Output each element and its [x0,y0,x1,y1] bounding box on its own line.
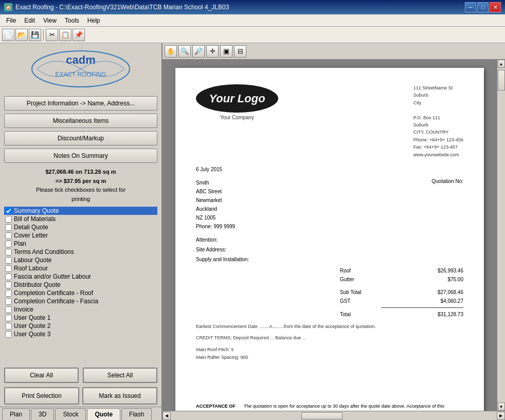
checkbox-terms_conditions[interactable] [5,249,12,255]
tab-plan[interactable]: Plan [2,408,30,420]
menu-edit[interactable]: Edit [20,16,39,25]
tab-stock[interactable]: Stock [55,408,86,420]
menu-tools[interactable]: Tools [61,16,83,25]
checklist-item-user_quote3[interactable]: User Quote 3 [4,330,157,338]
checkbox-detail_quote[interactable] [5,224,12,231]
checklist-item-completion_cert_roof[interactable]: Completion Certificate - Roof [4,289,157,297]
new-button[interactable]: 📄 [2,29,14,41]
roof-pitch: Main Roof Pitch: 5 [196,346,463,354]
menu-view[interactable]: View [39,16,61,25]
scroll-left-button[interactable]: ◀ [163,412,171,420]
scroll-right-button[interactable]: ▶ [497,412,505,420]
price-line4: printing [4,195,157,204]
checklist-item-user_quote1[interactable]: User Quote 1 [4,314,157,322]
window-title: Exact Roofing - C:\Exact-RoofingV321Web\… [15,4,229,11]
checkbox-labour_quote[interactable] [5,257,12,264]
gst-label: GST [340,297,391,305]
maximize-button[interactable]: □ [477,2,489,12]
view-mode-2-button[interactable]: ⊟ [234,45,246,58]
doc-total-row: Total $31,128.73 [196,310,463,319]
checkbox-summary_quote[interactable] [5,208,12,214]
hand-tool-button[interactable]: ✋ [165,45,177,58]
doc-gst-row: GST $4,060.27 [196,297,463,305]
checkbox-fascia_gutter_labour[interactable] [5,273,12,280]
checklist-item-roof_labour[interactable]: Roof Labour [4,264,157,272]
svg-text:EXACT ROOFING: EXACT ROOFING [55,71,106,78]
fit-button[interactable]: ✛ [206,45,219,58]
cut-button[interactable]: ✂ [46,29,58,41]
vertical-scrollbar[interactable]: ▲ ▼ [497,60,505,411]
checklist-item-plan[interactable]: Plan [4,240,157,248]
view-mode-1-button[interactable]: ▣ [220,45,232,58]
addr-line1: 111 StreetName St [413,84,463,92]
checklist-item-detail_quote[interactable]: Detail Quote [4,223,157,231]
checkbox-cover_letter[interactable] [5,232,12,239]
checkbox-user_quote2[interactable] [5,323,12,330]
clear-all-button[interactable]: Clear All [4,368,79,383]
checklist-item-cover_letter[interactable]: Cover Letter [4,231,157,240]
checkbox-user_quote1[interactable] [5,315,12,321]
doc-quote-no: Quotation No: [431,178,463,231]
scroll-up-button[interactable]: ▲ [498,60,505,68]
checkbox-distributor_quote[interactable] [5,282,12,288]
checklist-item-distributor_quote[interactable]: Distributor Quote [4,281,157,289]
notes-summary-button[interactable]: Notes On Summary [4,149,157,163]
project-info-button[interactable]: Project Information -> Name, Address... [4,96,157,111]
close-button[interactable]: ✕ [490,2,501,12]
doc-logo-text: Your Logo [209,92,265,105]
subtotal-label: Sub Total [340,288,391,297]
checkbox-roof_labour[interactable] [5,265,12,272]
copy-button[interactable]: 📋 [59,29,71,41]
checklist-item-user_quote2[interactable]: User Quote 2 [4,322,157,330]
svg-text:cadm: cadm [66,53,95,66]
mark-as-issued-button[interactable]: Mark as Issued [82,387,157,405]
checkbox-completion_cert_fascia[interactable] [5,298,12,305]
checkbox-completion_cert_roof[interactable] [5,290,12,297]
addr-line10: www.yourwebsite.com [413,151,463,158]
checkbox-invoice[interactable] [5,306,12,313]
open-button[interactable]: 📂 [15,29,28,41]
tab-flash[interactable]: Flash [121,408,152,420]
scroll-track [498,68,505,403]
checklist-item-terms_conditions[interactable]: Terms And Conditions [4,248,157,256]
checkbox-label-user_quote2: User Quote 2 [14,322,50,330]
checkbox-user_quote3[interactable] [5,331,12,338]
checklist-item-fascia_gutter_labour[interactable]: Fascia and/or Gutter Labour [4,272,157,281]
checkbox-bill_materials[interactable] [5,216,12,223]
checklist-item-completion_cert_fascia[interactable]: Completion Certificate - Fascia [4,297,157,305]
tab-quote[interactable]: Quote [87,408,120,420]
discount-markup-button[interactable]: Discount/Markup [4,131,157,145]
gutter-label: Gutter [340,275,391,284]
checklist-item-summary_quote[interactable]: Summary Quote [4,207,157,215]
scroll-down-button[interactable]: ▼ [498,403,505,411]
menu-help[interactable]: Help [83,16,104,25]
zoom-in-button[interactable]: 🔍 [178,45,191,58]
checkbox-label-invoice: Invoice [14,306,33,313]
checklist-item-bill_materials[interactable]: Bill of Materials [4,215,157,223]
addr-line2: Suburb [413,92,463,99]
tab-3d[interactable]: 3D [31,408,54,420]
doc-commencement: Earliest Commencement Date ........A....… [196,323,463,330]
misc-items-button[interactable]: Miscellaneous Items [4,114,157,128]
save-button[interactable]: 💾 [29,29,41,41]
checkbox-plan[interactable] [5,241,12,247]
minimize-button[interactable]: ─ [465,2,476,12]
total-value: $31,128.73 [422,310,463,319]
h-scroll-thumb[interactable] [301,412,342,419]
addr-line8: Phone: +64+9+ 123-456 [413,136,463,143]
acceptance-label: ACCEPTANCE OFQUOTE: [196,403,236,411]
zoom-out-button[interactable]: 🔎 [192,45,205,58]
menu-file[interactable]: File [2,16,20,25]
checklist-item-invoice[interactable]: Invoice [4,305,157,314]
price-line3: Please tick checkboxes to select for [4,186,157,195]
doc-site-address: Site Address: [196,247,463,252]
addr-line3: City [413,99,463,106]
checkbox-label-plan: Plan [14,240,26,247]
scroll-thumb[interactable] [498,70,505,90]
checkbox-label-completion_cert_roof: Completion Certificate - Roof [14,289,93,297]
checklist-item-labour_quote[interactable]: Labour Quote [4,256,157,264]
select-all-button[interactable]: Select All [83,368,157,383]
print-selection-button[interactable]: Print Selection [4,387,79,405]
doc-scroll[interactable]: Your Logo Your Company 111 StreetName St… [163,60,497,411]
paste-button[interactable]: 📌 [73,29,85,41]
